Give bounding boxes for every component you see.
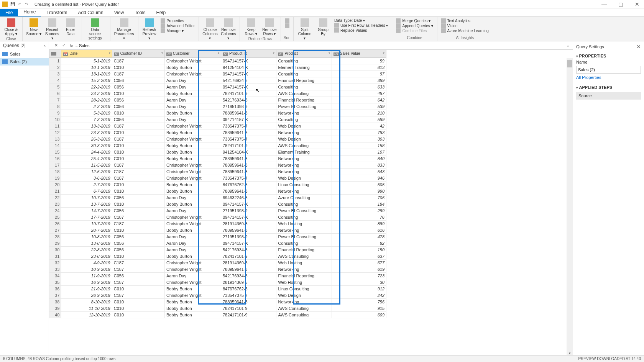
table-row[interactable]: 20 2-7-2019 C010 Bobby Burton 847676762-… xyxy=(49,182,386,188)
cell-customer[interactable]: Bobby Burton xyxy=(165,201,221,208)
cell-sales-value[interactable]: 813 xyxy=(332,64,386,71)
row-number[interactable]: 19 xyxy=(49,175,61,182)
cell-product[interactable]: Web Hosting xyxy=(276,221,332,227)
manage-parameters-button[interactable]: Manage Parameters ▾ xyxy=(113,18,136,41)
formula-expand-icon[interactable]: ⌄ xyxy=(566,43,570,48)
cell-customer[interactable]: Christopher Wright xyxy=(165,136,221,143)
row-number[interactable]: 7 xyxy=(49,97,61,103)
cell-product[interactable]: Element Training xyxy=(276,149,332,156)
cell-customer-id[interactable]: C010 xyxy=(112,286,164,292)
cell-product[interactable]: Networking xyxy=(276,188,332,195)
cell-product[interactable]: Networking xyxy=(276,299,332,305)
row-number[interactable]: 37 xyxy=(49,292,61,299)
cell-customer-id[interactable]: C056 xyxy=(112,103,164,110)
cell-product-id[interactable]: 094714157-X xyxy=(221,116,276,123)
cell-product[interactable]: Financial Reporting xyxy=(276,247,332,253)
cell-customer[interactable]: Aaron Day xyxy=(165,77,221,84)
cell-date[interactable]: 22-2-2019 xyxy=(61,84,112,90)
column-header-product[interactable]: AᵇProduct▾ xyxy=(276,50,332,58)
cell-date[interactable]: 26-3-2019 xyxy=(61,136,112,143)
table-row[interactable]: 37 26-9-2019 C187 Christopher Wright 733… xyxy=(49,292,386,299)
remove-rows-button[interactable]: Remove Rows ▾ xyxy=(261,18,278,37)
cell-date[interactable]: 28-7-2019 xyxy=(61,227,112,234)
cell-product[interactable]: Consulting xyxy=(276,201,332,208)
table-row[interactable]: 27 28-7-2019 C010 Bobby Burton 788959641… xyxy=(49,227,386,234)
cell-product[interactable]: Consulting xyxy=(276,214,332,221)
cell-sales-value[interactable]: 990 xyxy=(332,188,386,195)
sort-desc-button[interactable] xyxy=(285,23,289,28)
row-number[interactable]: 23 xyxy=(49,201,61,208)
cell-sales-value[interactable]: 303 xyxy=(332,136,386,143)
cell-product-id[interactable]: 094714157-X xyxy=(221,240,276,247)
cell-product[interactable]: Web Hosting xyxy=(276,260,332,266)
filter-dropdown-icon[interactable]: ▾ xyxy=(109,51,110,55)
table-row[interactable]: 16 25-4-2019 C010 Bobby Burton 788959641… xyxy=(49,156,386,162)
cell-date[interactable]: 14-7-2019 xyxy=(61,208,112,214)
cell-product-id[interactable]: 094714157-X xyxy=(221,214,276,221)
text-analytics-button[interactable]: Text Analytics xyxy=(441,18,489,23)
cell-sales-value[interactable]: 158 xyxy=(332,143,386,149)
cell-product[interactable]: Networking xyxy=(276,110,332,116)
row-number[interactable]: 35 xyxy=(49,279,61,286)
cell-sales-value[interactable]: 889 xyxy=(332,221,386,227)
qat-undo-icon[interactable]: ↶ xyxy=(17,2,22,7)
scrollbar-thumb[interactable] xyxy=(567,60,572,67)
cell-customer-id[interactable]: C187 xyxy=(112,162,164,169)
group-by-button[interactable]: Group By xyxy=(314,18,332,37)
table-row[interactable]: 38 8-10-2019 C010 Bobby Burton 788959641… xyxy=(49,299,386,305)
row-number[interactable]: 38 xyxy=(49,299,61,305)
cell-sales-value[interactable]: 589 xyxy=(332,116,386,123)
cell-customer[interactable]: Bobby Burton xyxy=(165,110,221,116)
query-name-input[interactable] xyxy=(576,66,641,74)
cell-product-id[interactable]: 788959641-3 xyxy=(221,156,276,162)
tab-home[interactable]: Home xyxy=(18,8,41,16)
enter-data-button[interactable]: Enter Data xyxy=(62,18,79,37)
cell-product[interactable]: Web Design xyxy=(276,292,332,299)
cell-customer[interactable]: Christopher Wright xyxy=(165,71,221,77)
cell-customer[interactable]: Bobby Burton xyxy=(165,156,221,162)
row-number[interactable]: 9 xyxy=(49,110,61,116)
cell-date[interactable]: 15-2-2019 xyxy=(61,77,112,84)
cell-customer[interactable]: Christopher Wright xyxy=(165,175,221,182)
cell-date[interactable]: 4-9-2019 xyxy=(61,260,112,266)
cell-product-id[interactable]: 941254104-X xyxy=(221,149,276,156)
cell-customer[interactable]: Christopher Wright xyxy=(165,162,221,169)
cell-customer[interactable]: Christopher Wright xyxy=(165,279,221,286)
cell-product-id[interactable]: 542176934-8 xyxy=(221,77,276,84)
cell-customer[interactable]: Christopher Wright xyxy=(165,123,221,129)
cell-sales-value[interactable]: 389 xyxy=(332,77,386,84)
cell-customer-id[interactable]: C056 xyxy=(112,97,164,103)
table-row[interactable]: 19 3-6-2019 C187 Christopher Wright 7335… xyxy=(49,175,386,182)
table-row[interactable]: 23 13-7-2019 C010 Bobby Burton 094714157… xyxy=(49,201,386,208)
row-number[interactable]: 3 xyxy=(49,71,61,77)
cell-customer-id[interactable]: C010 xyxy=(112,182,164,188)
applied-steps-section-header[interactable]: APPLIED STEPS xyxy=(576,84,641,91)
data-type-dropdown[interactable]: Data Type: Date ▾ xyxy=(334,18,388,23)
cell-date[interactable]: 8-10-2019 xyxy=(61,299,112,305)
cell-customer[interactable]: Bobby Burton xyxy=(165,90,221,97)
table-row[interactable]: 24 14-7-2019 C056 Aaron Day 271951398-9 … xyxy=(49,208,386,214)
cell-customer[interactable]: Aaron Day xyxy=(165,103,221,110)
cell-product-id[interactable]: 782417101-9 xyxy=(221,253,276,260)
table-row[interactable]: 17 11-5-2019 C187 Christopher Wright 788… xyxy=(49,162,386,169)
cell-sales-value[interactable]: 642 xyxy=(332,97,386,103)
first-row-headers-button[interactable]: Use First Row as Headers ▾ xyxy=(334,23,388,28)
cell-customer-id[interactable]: C187 xyxy=(112,266,164,273)
cell-sales-value[interactable]: 184 xyxy=(332,201,386,208)
cell-product-id[interactable]: 788959641-3 xyxy=(221,110,276,116)
row-number[interactable]: 17 xyxy=(49,162,61,169)
step-source[interactable]: Source xyxy=(576,92,641,100)
table-row[interactable]: 6 23-2-2019 C010 Bobby Burton 782417101-… xyxy=(49,90,386,97)
cell-product[interactable]: Financial Reporting xyxy=(276,273,332,279)
cell-customer[interactable]: Christopher Wright xyxy=(165,221,221,227)
cell-customer[interactable]: Aaron Day xyxy=(165,240,221,247)
cell-sales-value[interactable]: 619 xyxy=(332,266,386,273)
cell-sales-value[interactable]: 76 xyxy=(332,214,386,221)
table-row[interactable]: 25 17-7-2019 C187 Christopher Wright 094… xyxy=(49,214,386,221)
table-row[interactable]: 36 21-9-2019 C010 Bobby Burton 847676762… xyxy=(49,286,386,292)
close-window-button[interactable]: ✕ xyxy=(632,1,642,7)
cell-sales-value[interactable]: 756 xyxy=(332,299,386,305)
tab-view[interactable]: View xyxy=(109,9,130,16)
cell-sales-value[interactable]: 150 xyxy=(332,247,386,253)
table-row[interactable]: 2 10-1-2019 C010 Bobby Burton 941254104-… xyxy=(49,64,386,71)
